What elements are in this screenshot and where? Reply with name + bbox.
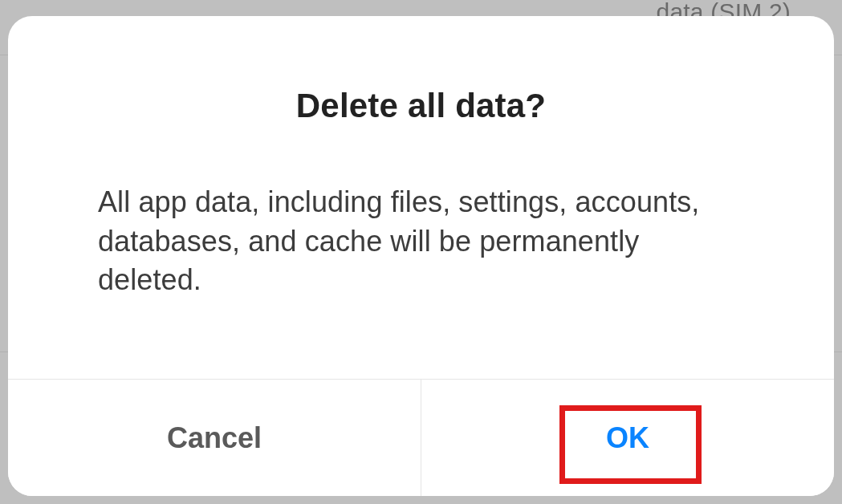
- ok-button[interactable]: OK: [421, 380, 834, 496]
- dialog-message: All app data, including files, settings,…: [98, 183, 744, 300]
- dialog-body: Delete all data? All app data, including…: [8, 16, 834, 379]
- confirm-dialog: Delete all data? All app data, including…: [8, 16, 834, 496]
- dialog-button-row: Cancel OK: [8, 379, 834, 496]
- cancel-button[interactable]: Cancel: [8, 380, 421, 496]
- dialog-title: Delete all data?: [98, 87, 744, 125]
